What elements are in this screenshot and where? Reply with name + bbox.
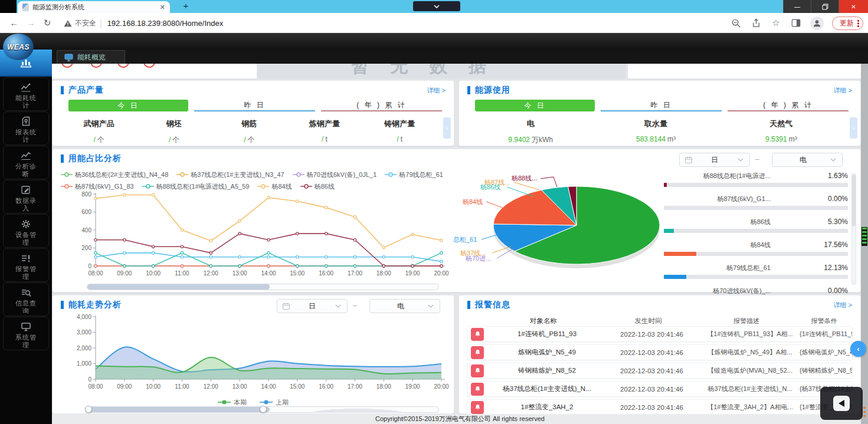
reload-icon[interactable]: ↻ [40, 16, 54, 30]
legend-item[interactable]: 杨79线总柜_61 [385, 170, 443, 179]
rank-percent: 1.63% [828, 172, 848, 180]
rank-name: 杨84线 [664, 241, 771, 249]
browser-tab[interactable]: 能源监测分析系统 ✕ [18, 1, 170, 13]
tab-yesterday[interactable]: 昨 日 [601, 100, 722, 111]
titlebar-dropdown[interactable] [413, 1, 460, 11]
period-select[interactable]: 日 [277, 299, 348, 313]
panel-title: 产品产量 [68, 85, 104, 96]
alarm-icon [20, 252, 32, 264]
side-panel-icon[interactable] [790, 17, 802, 29]
new-tab-button[interactable]: + [180, 1, 192, 11]
alarm-bell-icon [471, 364, 484, 377]
rank-scrollbar[interactable] [851, 173, 856, 285]
browser-profile-avatar[interactable] [810, 17, 824, 30]
expand-right-button[interactable]: › [850, 117, 857, 139]
tab-today[interactable]: 今 日 [475, 100, 595, 111]
gauge-circle [117, 64, 129, 68]
maximize-button[interactable] [811, 0, 838, 13]
zoom-handle-left[interactable] [85, 406, 92, 413]
detail-link[interactable]: 详细 > [834, 86, 852, 95]
sidebar-item-label: 分析诊断 [12, 163, 40, 178]
trend-zoom-slider[interactable] [87, 406, 439, 413]
sidebar-item-trend[interactable]: 能耗统计 [3, 77, 49, 111]
alarm-row[interactable]: 1#整流变_3AH_22022-12-03 20:41:46【1#整流变_3AH… [467, 399, 853, 415]
alarm-cell-icon [471, 328, 491, 341]
svg-text:17:00: 17:00 [348, 270, 362, 277]
forward-icon[interactable]: → [24, 16, 38, 30]
rank-name: 杨87线(6kV)_G1... [664, 195, 771, 203]
panel-title: 能源使用 [475, 85, 510, 96]
sidebar-item-search[interactable]: 信息查询 [3, 282, 49, 316]
alarm-description: 【锻造电弧炉(MVA)_N8_52... [700, 366, 800, 375]
logo-text: WEAS [7, 43, 30, 51]
sidebar-item-edit[interactable]: 数据录入 [3, 180, 49, 213]
recorder-play-icon[interactable] [833, 396, 850, 411]
energy-type-select[interactable]: 电 [772, 153, 843, 167]
sidebar-item-label: 能耗统计 [12, 94, 40, 110]
svg-text:15:00: 15:00 [290, 270, 304, 277]
zoom-handle-right[interactable] [260, 406, 267, 413]
svg-text:0: 0 [88, 263, 91, 269]
sidebar-item-system[interactable]: 系统管理 [3, 317, 49, 350]
zoom-out-icon[interactable] [730, 17, 742, 29]
tab-energy-overview[interactable]: 能耗概览 [57, 50, 125, 64]
tab-close-icon[interactable]: ✕ [160, 4, 165, 11]
rank-scrollbar-thumb[interactable] [852, 175, 856, 226]
legend-item[interactable]: 杨70进线6kV(备)_0JL_1 [293, 170, 377, 179]
sidebar-item-gear[interactable]: 设备管理 [3, 214, 49, 248]
scrolled-panel-nodata: 暂 无 数 据 [258, 64, 625, 78]
sidebar-item-analysis[interactable]: 分析诊断 [3, 146, 49, 179]
metric-value: /t [362, 135, 437, 143]
alarm-row[interactable]: 炼钢电弧炉_N5_492022-12-03 20:41:46【炼钢电弧炉_N5_… [467, 344, 853, 360]
tab-year-total[interactable]: ( 年 ) 累 计 [728, 100, 849, 111]
rank-percent: 0.00% [828, 287, 848, 295]
sidebar-item-alarm[interactable]: 报警管理 [3, 248, 49, 282]
pie-label: 总柜_61 [453, 235, 477, 244]
period-select[interactable]: 日 [679, 153, 750, 167]
trend-legend-item[interactable]: 本期 [218, 398, 247, 407]
metric: 钢坯/个 [136, 119, 211, 145]
line-chart-zoom-slider[interactable] [87, 284, 439, 290]
tab-year-total[interactable]: ( 年 ) 累 计 [321, 100, 442, 111]
svg-text:16:00: 16:00 [319, 270, 333, 277]
back-icon[interactable]: ← [7, 16, 21, 30]
detail-link[interactable]: 详细 > [427, 86, 446, 95]
rank-bar-fill [664, 252, 696, 256]
tab-today[interactable]: 今 日 [68, 100, 188, 111]
recorder-overlay[interactable] [820, 387, 863, 420]
address-bar[interactable]: 不安全 | 192.168.18.239:8080/Home/Index [64, 15, 223, 31]
browser-update-button[interactable]: 更新 [832, 17, 863, 30]
close-button[interactable]: ✕ [838, 0, 868, 13]
col-description: 报警描述 [697, 317, 796, 326]
alarm-row[interactable]: 杨37线总柜(1#主变进线)_N...2022-12-03 20:41:46杨3… [467, 381, 853, 397]
zoom-slider-fill[interactable] [87, 407, 270, 412]
metric: 炼钢产量/t [287, 119, 362, 145]
share-icon[interactable] [750, 17, 762, 29]
url-text: 192.168.18.239:8080/Home/Index [107, 19, 224, 28]
alarm-bell-icon [471, 346, 484, 359]
usage-proportion-panel: 用能占比分析 日 – 电 杨36线总柜(2#主变进线)_N4_48杨37线总柜(… [52, 149, 861, 292]
scrollbar-thumb[interactable] [862, 227, 867, 246]
rank-percent: 17.56% [824, 241, 848, 249]
alarm-row[interactable]: 铸钢精炼炉_N8_522022-12-03 20:41:46【锻造电弧炉(MVA… [467, 363, 853, 379]
bookmark-star-icon[interactable]: ☆ [770, 17, 782, 29]
zoom-slider-fill[interactable] [87, 284, 270, 290]
energy-value: 电 [777, 155, 829, 165]
sidebar-item-label: 报警管理 [12, 265, 40, 281]
minimize-button[interactable]: — [783, 0, 811, 13]
browser-menu-icon[interactable] [857, 19, 859, 27]
metric-value: /个 [136, 135, 211, 145]
pie-label: 杨70进... [466, 254, 491, 263]
overlay-menu-dots[interactable] [863, 406, 866, 419]
legend-item[interactable]: 杨37线总柜(1#主变进线)_N3_47 [176, 170, 284, 179]
line-chart-legend: 杨36线总柜(2#主变进线)_N4_48杨37线总柜(1#主变进线)_N3_47… [61, 170, 468, 191]
detail-link[interactable]: 详细 > [834, 301, 852, 310]
energy-type-select[interactable]: 电 [369, 299, 440, 313]
expand-right-button[interactable]: › [443, 117, 451, 139]
collapse-left-button[interactable]: ‹ [850, 341, 866, 357]
legend-item[interactable]: 杨36线总柜(2#主变进线)_N4_48 [61, 170, 168, 179]
svg-text:0: 0 [88, 376, 91, 383]
sidebar-item-report[interactable]: 报表统计 [3, 111, 49, 145]
alarm-row[interactable]: 1#连铸机_PB11_932022-12-03 20:41:46【1#连铸机_P… [467, 326, 853, 342]
tab-yesterday[interactable]: 昨 日 [194, 100, 315, 111]
